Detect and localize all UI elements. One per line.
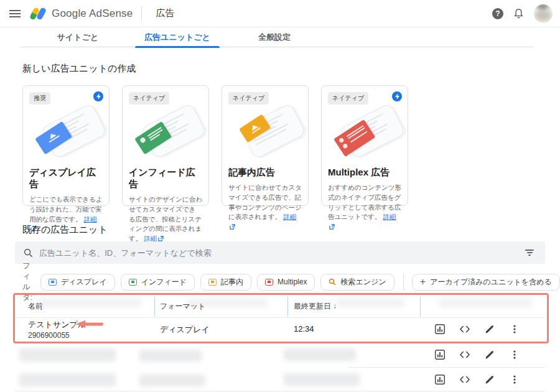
multiplex-format-icon bbox=[265, 279, 273, 286]
ad-unit-name[interactable]: テストサンプル bbox=[28, 319, 86, 330]
avatar[interactable] bbox=[534, 4, 553, 23]
detail-link[interactable]: 詳細 bbox=[84, 215, 97, 223]
search-input[interactable] bbox=[39, 248, 523, 258]
inarticle-ads-illustration bbox=[228, 106, 302, 163]
card-title: 記事内広告 bbox=[228, 167, 302, 179]
adsense-logo[interactable]: Google AdSense bbox=[30, 6, 133, 22]
divider bbox=[141, 6, 142, 21]
filter-chip-infeed[interactable]: インフィード bbox=[121, 274, 195, 291]
ad-unit-format: ディスプレイ bbox=[160, 324, 210, 335]
multiplex-ads-illustration bbox=[328, 106, 401, 163]
card-description: サイトのデザインに合わせてカスタマイズできる広告で、投稿とリスティングの間に表示… bbox=[129, 195, 202, 245]
menu-icon[interactable] bbox=[2, 1, 27, 26]
plus-icon: + bbox=[420, 277, 426, 287]
boost-icon bbox=[392, 91, 402, 101]
tab-global-settings[interactable]: 全般設定 bbox=[220, 27, 329, 47]
redacted-text bbox=[284, 373, 360, 386]
external-link-icon bbox=[329, 223, 335, 233]
card-description: サイトに合わせてカスタマイズできる広告で、記事やコンテンツのページに表示されます… bbox=[228, 183, 302, 233]
get-code-icon[interactable] bbox=[459, 349, 470, 360]
display-format-icon bbox=[49, 279, 57, 286]
get-code-icon[interactable] bbox=[459, 324, 470, 335]
edit-icon[interactable] bbox=[484, 349, 495, 360]
edit-icon[interactable] bbox=[484, 324, 495, 335]
inarticle-format-icon bbox=[208, 279, 217, 286]
redacted-text bbox=[139, 375, 205, 386]
search-bar[interactable] bbox=[15, 241, 545, 264]
search-engine-icon bbox=[329, 278, 336, 286]
stats-icon[interactable] bbox=[434, 324, 446, 335]
filter-chip-display[interactable]: ディスプレイ bbox=[40, 274, 115, 291]
filter-label: フィルタ: bbox=[22, 261, 33, 303]
detail-link[interactable]: 詳細 bbox=[283, 213, 296, 220]
column-header-updated[interactable]: 最終更新日↓ bbox=[294, 301, 337, 312]
ad-unit-updated: 12:34 bbox=[294, 324, 314, 334]
tab-by-site[interactable]: サイトごと bbox=[21, 27, 135, 47]
column-divider bbox=[154, 297, 155, 317]
card-title: インフィード広告 bbox=[129, 167, 202, 190]
recommended-badge: 推奨 bbox=[29, 92, 50, 105]
column-divider bbox=[287, 297, 288, 317]
page-title: 広告 bbox=[156, 7, 174, 19]
more-options-icon[interactable] bbox=[509, 324, 520, 335]
native-badge: ネイティブ bbox=[328, 92, 368, 105]
card-title: ディスプレイ広告 bbox=[29, 167, 103, 190]
filter-icon[interactable] bbox=[523, 247, 536, 258]
ad-unit-id: 2906900055 bbox=[28, 331, 70, 340]
more-options-icon[interactable] bbox=[509, 374, 520, 385]
card-multiplex-ads[interactable]: ネイティブ Multiplex 広告 おすすめのコンテンツ形式のネイティブ広告を… bbox=[321, 85, 408, 206]
create-section-heading: 新しい広告ユニットの作成 bbox=[22, 63, 136, 75]
filter-row: フィルタ: ディスプレイ インフィード 記事内 Multiplex 検索エンジン… bbox=[22, 273, 560, 291]
boost-icon bbox=[93, 91, 103, 101]
notifications-icon[interactable] bbox=[513, 8, 524, 19]
card-title: Multiplex 広告 bbox=[328, 167, 401, 179]
column-header-format[interactable]: フォーマット bbox=[160, 301, 205, 312]
tab-by-ad-unit[interactable]: 広告ユニットごと bbox=[135, 27, 220, 47]
stats-icon[interactable] bbox=[434, 349, 446, 360]
native-badge: ネイティブ bbox=[129, 92, 169, 105]
edit-icon[interactable] bbox=[484, 374, 495, 385]
stats-icon[interactable] bbox=[434, 374, 446, 385]
filter-chip-multiplex[interactable]: Multiplex bbox=[257, 274, 315, 291]
more-options-icon[interactable] bbox=[509, 349, 520, 360]
column-header-name[interactable]: 名前 bbox=[28, 301, 43, 312]
search-icon bbox=[24, 248, 33, 258]
filter-chip-search-engine[interactable]: 検索エンジン bbox=[320, 274, 394, 291]
sort-descending-icon: ↓ bbox=[333, 302, 337, 310]
get-code-icon[interactable] bbox=[459, 374, 470, 385]
card-description: おすすめのコンテンツ形式のネイティブ広告をグリッドとして表示する広告ユニットです… bbox=[328, 183, 401, 233]
card-infeed-ads[interactable]: ネイティブ インフィード広告 サイトのデザインに合わせてカスタマイズできる広告で… bbox=[122, 85, 209, 206]
adsense-logo-icon bbox=[30, 6, 46, 22]
ad-unit-type-cards: 推奨 ディスプレイ広告 どこにでも表示できるよう設計された、万能で実用的な広告で… bbox=[22, 85, 408, 206]
app-bar: Google AdSense 広告 ? bbox=[0, 0, 560, 27]
tabs-bar: サイトごと 広告ユニットごと 全般設定 bbox=[0, 27, 560, 47]
filter-chip-inarticle[interactable]: 記事内 bbox=[200, 274, 251, 291]
redacted-text bbox=[139, 350, 202, 362]
row-divider bbox=[15, 317, 545, 318]
adsense-ads-page: Google AdSense 広告 ? サイトごと 広告ユニットごと 全般設定 … bbox=[0, 0, 560, 392]
redacted-text bbox=[19, 348, 116, 362]
redacted-text bbox=[19, 373, 116, 386]
card-inarticle-ads[interactable]: ネイティブ 記事内広告 サイトに合わせてカスタマイズできる広告で、記事やコンテン… bbox=[222, 85, 309, 206]
infeed-ads-illustration bbox=[129, 106, 202, 163]
row-divider bbox=[15, 391, 545, 391]
redacted-text bbox=[284, 348, 356, 361]
infeed-format-icon bbox=[129, 279, 137, 286]
card-display-ads[interactable]: 推奨 ディスプレイ広告 どこにでも表示できるよう設計された、万能で実用的な広告で… bbox=[22, 85, 110, 206]
column-divider bbox=[420, 297, 421, 317]
display-ads-illustration bbox=[29, 106, 103, 163]
detail-link[interactable]: 詳細 bbox=[383, 213, 396, 220]
row-divider bbox=[348, 367, 545, 368]
native-badge: ネイティブ bbox=[228, 92, 269, 105]
external-link-icon bbox=[230, 223, 235, 233]
help-icon[interactable]: ? bbox=[492, 8, 503, 19]
existing-section-heading: 既存の広告ユニット bbox=[22, 224, 108, 236]
highlight-box bbox=[13, 293, 549, 343]
include-archived-chip[interactable]: +アーカイブ済みのユニットを含める bbox=[412, 274, 560, 291]
brand-name: Google AdSense bbox=[52, 7, 133, 20]
